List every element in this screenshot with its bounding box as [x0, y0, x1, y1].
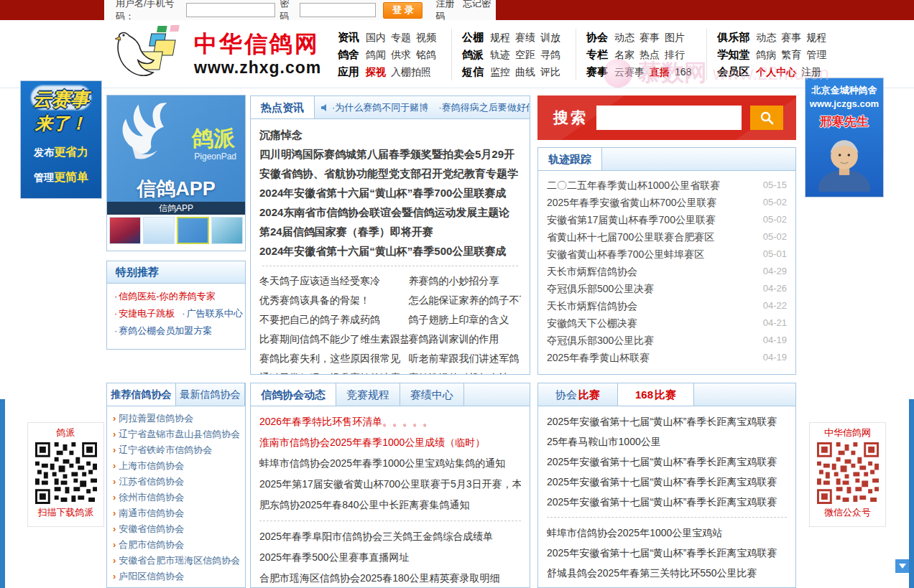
article-link-right[interactable]: 听老前辈跟我们讲述军鸽: [408, 349, 521, 368]
nav-link[interactable]: 探视: [366, 66, 386, 78]
match-link[interactable]: 2025年安徽省第十七届“黄山杯”春季长距离宝鸡联赛: [547, 492, 787, 512]
site-logo[interactable]: 中华信鸽网 www.zhxg.com: [114, 24, 321, 82]
match-link[interactable]: 25年春马鞍山市1000公里: [547, 431, 787, 452]
headline-link[interactable]: 安徽省鸽协、省航协功能型党支部召开党纪教育专题学: [259, 164, 521, 183]
headline-link[interactable]: 第24届信鸽国家赛（春季）即将开赛: [259, 222, 521, 241]
association-link[interactable]: ›合肥市蜀山区信鸽协会: [113, 584, 239, 588]
article-link-left[interactable]: 比赛期间信鸽不能少了维生素跟盐: [259, 330, 408, 349]
article-link-left[interactable]: 通过日常饲喂，提升赛鸽的速度: [259, 368, 408, 375]
matches-tab[interactable]: 168比赛: [618, 383, 694, 406]
article-link-left[interactable]: 赛鸽比赛失利，这些原因很常见: [259, 349, 408, 368]
association-news-link[interactable]: 蚌埠市信鸽协会2025年春季1000公里宝鸡站集鸽的通知: [259, 453, 521, 474]
match-link[interactable]: 2025年安徽省第十七届“黄山杯”春季长距离宝鸡联赛: [547, 411, 787, 431]
tab-hot-news[interactable]: 热点资讯: [251, 96, 315, 118]
search-input[interactable]: [596, 106, 742, 130]
nav-link[interactable]: 168: [675, 66, 691, 78]
association-link[interactable]: ›庐阳区信鸽协会: [113, 569, 239, 584]
scroll-down-arrow[interactable]: [895, 559, 909, 573]
thumbnail-3-active[interactable]: [177, 217, 210, 244]
nav-link[interactable]: 个人中心: [756, 66, 796, 78]
headline-link[interactable]: 2024年安徽省第十六届“黄山杯”春季500公里联赛成: [259, 241, 521, 261]
nav-link[interactable]: 铭鸽: [416, 49, 436, 60]
track-title-link[interactable]: 天长市炳辉信鸽协会: [547, 263, 757, 280]
track-title-link[interactable]: 天长市炳辉信鸽协会: [547, 297, 757, 314]
username-input[interactable]: [186, 3, 275, 17]
association-link[interactable]: ›辽宁省盘锦市盘山县信鸽协会: [113, 426, 239, 442]
article-link-right[interactable]: 赛鸽洗澡的时机与办法: [408, 368, 521, 375]
special-recommend-item[interactable]: ·广告联系中心: [175, 308, 242, 319]
article-link-left[interactable]: 冬天鸽子应该适当经受寒冷: [259, 271, 408, 291]
nav-category-link[interactable]: 应用: [338, 65, 359, 78]
match-link[interactable]: 2025年安徽省第十七届“黄山杯”春季长距离宝鸡联赛: [547, 472, 787, 492]
special-recommend-item[interactable]: ·安捷电子跳板: [107, 308, 175, 319]
association-news-tab[interactable]: 信鸽协会动态: [251, 383, 336, 406]
nav-link[interactable]: 国内: [366, 32, 386, 43]
special-recommend-item[interactable]: ·信鸽医苑-你的养鸽专家: [107, 291, 216, 302]
nav-category-link[interactable]: 协会: [586, 31, 608, 43]
ticker-link[interactable]: ·为什么赛鸽不同于赌博: [332, 101, 428, 114]
search-button[interactable]: [750, 106, 783, 130]
thumbnail-2[interactable]: [143, 217, 175, 244]
nav-link[interactable]: 供求: [391, 49, 411, 60]
nav-link[interactable]: 曲线: [515, 66, 535, 78]
nav-category-link[interactable]: 俱乐部: [717, 31, 749, 43]
association-link[interactable]: ›徐州市信鸽协会: [113, 490, 239, 505]
association-link[interactable]: ›上海市信鸽协会: [113, 458, 239, 474]
article-link-left[interactable]: 不要把自己的鸽子养成药鸽: [259, 310, 408, 330]
login-button[interactable]: 登 录: [383, 2, 423, 19]
nav-link[interactable]: 动态: [614, 32, 634, 43]
slideshow-image[interactable]: 鸽派 PigeonPad 信鸽APP: [107, 95, 245, 202]
nav-link[interactable]: 赛事: [781, 32, 801, 43]
nav-link[interactable]: 注册: [801, 66, 821, 78]
nav-link[interactable]: 热点: [640, 49, 660, 60]
headline-link[interactable]: 2024年安徽省第十六届“黄山杯”春季700公里联赛成: [259, 183, 521, 202]
match-link[interactable]: 2025年安徽省第十七届“黄山杯”春季长距离宝鸡联赛: [547, 452, 787, 472]
special-recommend-item[interactable]: ·赛鸽公棚会员加盟方案: [107, 325, 212, 336]
association-tab[interactable]: 最新信鸽协会: [176, 383, 245, 406]
association-news-tab[interactable]: 竞赛规程: [336, 383, 400, 406]
cloud-race-ad-banner[interactable]: 云赛事 来了！ 发布更省力 管理更简单: [20, 80, 102, 199]
track-title-link[interactable]: 2025年春季安徽省黄山杯700公里联赛: [547, 194, 757, 211]
association-link[interactable]: ›安徽省信鸽协会: [113, 521, 239, 537]
nav-link[interactable]: 直播: [650, 66, 670, 78]
match-link[interactable]: 舒城县鸽会2025年春特比环第三关550公里比赛: [547, 583, 787, 588]
nav-link[interactable]: 专题: [391, 32, 411, 43]
association-news-link[interactable]: 2026年春季特比环售环清单。。。。。: [259, 411, 521, 432]
nav-link[interactable]: 鸽病: [756, 49, 776, 60]
nav-link[interactable]: 训放: [540, 32, 560, 43]
nav-link[interactable]: 管理: [806, 49, 826, 60]
track-title-link[interactable]: 夺冠俱乐部500公里决赛: [547, 280, 757, 297]
association-news-link[interactable]: 淮南市信鸽协会2025年春季1000公里成绩（临时）: [259, 432, 521, 453]
nav-category-link[interactable]: 公棚: [462, 31, 484, 43]
association-news-link[interactable]: 合肥市瑶海区信鸽协会2025春180公里精英赛录取明细: [259, 568, 521, 588]
nav-category-link[interactable]: 短信: [462, 65, 484, 78]
track-title-link[interactable]: 二〇二五年春季黄山杯1000公里省联赛: [547, 177, 757, 194]
nav-link[interactable]: 规程: [806, 32, 826, 43]
thumbnail-1[interactable]: [109, 217, 141, 244]
nav-link[interactable]: 云赛事: [614, 66, 645, 78]
track-title-link[interactable]: 省黄山杯十七届700公里联赛合肥赛区: [547, 228, 757, 246]
nav-category-link[interactable]: 鸽派: [462, 48, 484, 60]
matches-tab[interactable]: 协会比赛: [538, 383, 618, 406]
register-link[interactable]: 注册: [435, 0, 454, 9]
association-link[interactable]: ›安徽省合肥市瑶海区信鸽协会: [113, 553, 239, 569]
nav-category-link[interactable]: 赛事: [586, 65, 608, 78]
article-link-right[interactable]: 养赛鸽的小妙招分享: [408, 271, 521, 291]
ticker-link[interactable]: ·赛鸽得病之后要做好什: [438, 101, 530, 114]
headline-link[interactable]: 2024东南省市信鸽协会联谊会暨信鸽运动发展主题论: [259, 202, 521, 222]
association-news-link[interactable]: 2025年春季阜阳市信鸽协会三关鸽王金鸽综合成绩单: [259, 526, 521, 547]
jincheng-loft-ad-banner[interactable]: 北京金城种鸽舍 www.jczgs.com 邢寒先生: [805, 78, 884, 197]
association-link[interactable]: ›合肥市信鸽协会: [113, 537, 239, 553]
headline-link[interactable]: 沉痛悼念: [259, 125, 521, 144]
nav-link[interactable]: 视频: [416, 32, 436, 43]
nav-category-link[interactable]: 鸽舍: [338, 48, 359, 60]
nav-link[interactable]: 鸽闻: [366, 49, 386, 60]
track-title-link[interactable]: 安徽省黄山杯春季700公里蚌埠赛区: [547, 246, 757, 263]
nav-link[interactable]: 空距: [515, 49, 535, 60]
nav-link[interactable]: 名家: [614, 49, 634, 60]
track-title-link[interactable]: 安徽省第17届黄山杯春季700公里联赛: [547, 211, 757, 228]
tab-track[interactable]: 轨迹跟踪: [538, 148, 602, 170]
nav-link[interactable]: 规程: [490, 32, 510, 43]
article-link-right[interactable]: 鸽子翅膀上印章的含义: [408, 310, 521, 330]
nav-link[interactable]: 监控: [490, 66, 510, 78]
